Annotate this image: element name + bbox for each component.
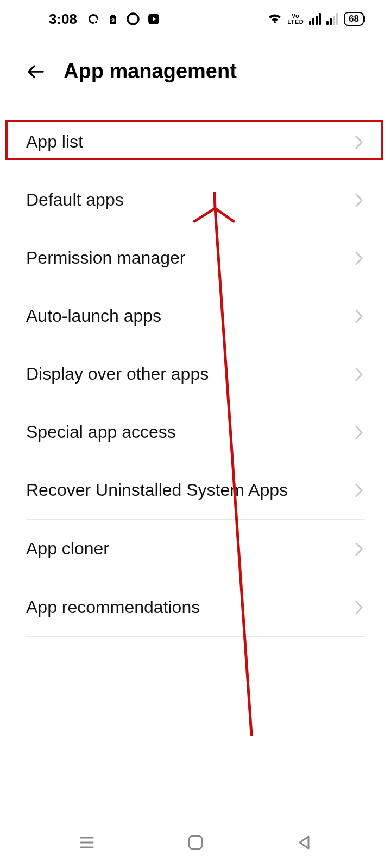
back-button[interactable] — [24, 60, 47, 83]
list-item-app-cloner[interactable]: App cloner — [0, 520, 391, 578]
nav-back-button[interactable] — [294, 833, 314, 852]
divider — [26, 636, 365, 637]
list-item-display-over-other-apps[interactable]: Display over other apps — [0, 345, 391, 403]
signal-bars-2 — [326, 13, 338, 25]
list-item-label: App list — [26, 132, 83, 152]
list-item-recover-uninstalled-system-apps[interactable]: Recover Uninstalled System Apps — [0, 461, 391, 519]
chevron-right-icon — [354, 424, 364, 441]
list-item-label: Recover Uninstalled System Apps — [26, 480, 288, 500]
list-item-label: App recommendations — [26, 597, 200, 617]
chevron-right-icon — [354, 250, 364, 266]
list-item-auto-launch-apps[interactable]: Auto-launch apps — [0, 287, 391, 345]
list-item-app-recommendations[interactable]: App recommendations — [0, 578, 391, 636]
list-item-label: App cloner — [26, 539, 109, 559]
app-icon-3 — [126, 12, 140, 26]
status-bar: 3:08 s Vo LTED 68 — [0, 0, 391, 38]
page-title: App management — [64, 60, 237, 83]
chevron-right-icon — [354, 134, 364, 150]
svg-point-1 — [128, 14, 138, 24]
chevron-right-icon — [354, 541, 364, 557]
list-item-special-app-access[interactable]: Special app access — [0, 403, 391, 461]
svg-text:s: s — [111, 16, 115, 23]
list-item-label: Default apps — [26, 190, 124, 210]
status-left: 3:08 s — [49, 11, 161, 28]
status-right: Vo LTED 68 — [268, 12, 364, 26]
nav-bar — [0, 816, 391, 868]
nav-recent-button[interactable] — [77, 833, 97, 852]
list-item-label: Display over other apps — [26, 364, 209, 384]
volte-indicator: Vo LTED — [287, 13, 304, 25]
list-item-label: Permission manager — [26, 248, 185, 268]
status-time: 3:08 — [49, 11, 77, 28]
settings-list: App list Default apps Permission manager… — [0, 102, 391, 637]
app-icon-1 — [87, 12, 100, 25]
svg-rect-3 — [189, 836, 202, 849]
battery-indicator: 68 — [344, 12, 364, 26]
chevron-right-icon — [354, 308, 364, 324]
app-icon-2: s — [106, 12, 119, 25]
list-item-permission-manager[interactable]: Permission manager — [0, 229, 391, 287]
chevron-right-icon — [354, 192, 364, 208]
chevron-right-icon — [354, 599, 364, 616]
list-item-label: Auto-launch apps — [26, 306, 161, 326]
chevron-right-icon — [354, 366, 364, 382]
header: App management — [0, 38, 391, 102]
list-item-default-apps[interactable]: Default apps — [0, 171, 391, 229]
wifi-icon — [268, 13, 282, 25]
list-item-app-list[interactable]: App list — [0, 113, 391, 171]
chevron-right-icon — [354, 482, 364, 499]
list-item-label: Special app access — [26, 422, 176, 442]
signal-bars-1 — [309, 13, 321, 25]
nav-home-button[interactable] — [186, 833, 205, 852]
app-icon-4 — [147, 12, 161, 26]
